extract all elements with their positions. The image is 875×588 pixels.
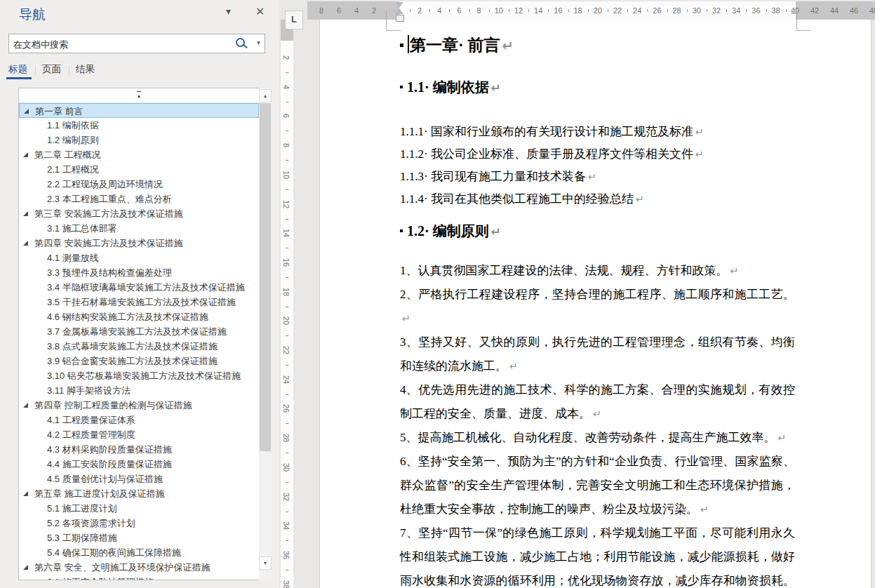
jump-to-top-icon[interactable]: ▴ [137, 91, 141, 99]
pilcrow-mark: ↵ [695, 126, 704, 138]
ruler-tick [286, 219, 288, 220]
ruler-number: 44 [830, 1, 839, 20]
document-area: 8642246810121416182022242628303234363840… [279, 0, 875, 588]
tab-separator [69, 65, 69, 76]
document-page[interactable]: 第一章· 前言↵1.1· 编制依据↵1.1.1· 国家和行业颁布的有关现行设计和… [319, 20, 871, 588]
nav-tree-item[interactable]: 第二章 工程概况 [19, 147, 259, 162]
expand-arrow-icon[interactable] [24, 109, 29, 114]
ruler-number: 28 [282, 432, 290, 444]
nav-tree-item[interactable]: 4.5 质量创优计划与保证措施 [19, 472, 259, 486]
nav-tree-item[interactable]: 3.3 预埋件及结构检查偏差处理 [19, 265, 259, 280]
doc-paragraph[interactable]: 1、认真贯彻国家工程建设的法律、法规、规程、方针和政策。↵ [400, 259, 795, 283]
nav-tree-item[interactable]: 4.3 材料采购阶段质量保证措施 [19, 442, 259, 457]
doc-paragraph[interactable]: 3、坚持又好、又快的原则，执行先进的工程管理理念，组织有节奏、均衡和连续的流水施… [400, 330, 795, 378]
nav-tree-item[interactable]: 第四章 安装施工方法及技术保证措施 [19, 236, 259, 250]
chevron-down-icon[interactable]: ▾ [226, 6, 231, 17]
nav-tree-item[interactable]: 3.7 金属板幕墙安装施工方法及技术保证措施 [19, 324, 259, 339]
nav-scrollbar[interactable]: ▲ ▼ [259, 88, 272, 580]
nav-tree-item[interactable]: 4.2 工程质量管理制度 [19, 427, 259, 442]
doc-paragraph[interactable]: 6、坚持“安全第一、预防为主”的方针和“企业负责、行业管理、国家监察、群众监督”… [400, 450, 795, 521]
doc-paragraph[interactable]: 1.1.2· 我公司企业标准、质量手册及程序文件等相关文件↵ [400, 143, 795, 166]
doc-heading[interactable]: 1.1· 编制依据↵ [400, 78, 795, 97]
nav-tree-item[interactable]: 4.1 测量放线 [19, 250, 259, 265]
nav-tree-item[interactable]: 4.1 工程质量保证体系 [19, 413, 259, 427]
margin-crop-mark-left [386, 10, 401, 31]
nav-tree-item[interactable]: 4.4 施工安装阶段质量保证措施 [19, 457, 259, 472]
nav-tree-item[interactable]: 1.2 编制原则 [19, 133, 259, 147]
tab-headings[interactable]: 标题 [8, 63, 27, 76]
expand-arrow-icon[interactable] [23, 565, 28, 570]
nav-item-label: 4.6 钢结构安装施工方法及技术保证措施 [47, 309, 259, 324]
ruler-tick [509, 9, 509, 12]
tab-results[interactable]: 结果 [76, 63, 95, 76]
first-line-indent-marker[interactable] [395, 2, 403, 8]
doc-paragraph[interactable]: 1.1.3· 我司现有施工力量和技术装备↵ [400, 166, 795, 188]
nav-tree-item[interactable]: 3.1 施工总体部署 [19, 221, 259, 236]
close-icon[interactable]: ✕ [255, 5, 265, 18]
doc-paragraph[interactable]: 1.1.4· 我司在其他类似工程施工中的经验总结↵ [400, 188, 795, 211]
ruler-tick [286, 482, 288, 483]
expand-arrow-icon[interactable] [23, 211, 28, 216]
scroll-up-button[interactable]: ▲ [259, 89, 272, 102]
nav-tree-item[interactable]: 3.4 半隐框玻璃幕墙安装施工方法及技术保证措施 [19, 280, 259, 295]
doc-paragraph[interactable]: 7、坚持“四节一保”的绿色施工原则，科学规划施工平面，尽可能利用永久性和组装式施… [400, 521, 795, 588]
ruler-number: 6 [457, 1, 461, 20]
nav-tree-item[interactable]: 第四章 控制工程质量的检测与保证措施 [19, 398, 259, 413]
doc-heading[interactable]: 1.2· 编制原则↵ [400, 222, 795, 241]
nav-tree-item[interactable]: 3.9 铝合金窗安装施工方法及技术保证措施 [19, 354, 259, 368]
nav-item-label: 2.1 工程概况 [47, 162, 259, 177]
nav-tree-item[interactable]: 2.2 工程现场及周边环境情况 [19, 177, 259, 192]
expand-arrow-icon[interactable] [23, 152, 28, 157]
nav-item-label: 5.4 确保工期的夜间施工保障措施 [47, 545, 259, 560]
doc-paragraph[interactable]: 5、提高施工机械化、自动化程度、改善劳动条件，提高生产施工效率。↵ [400, 426, 795, 450]
ruler-number: 24 [633, 1, 641, 20]
doc-heading[interactable]: 第一章· 前言↵ [400, 35, 795, 57]
nav-tree-item[interactable]: 1.1 编制依据 [19, 118, 259, 133]
scrollbar-thumb[interactable] [260, 103, 271, 451]
expand-arrow-icon[interactable] [23, 241, 28, 246]
nav-tree-item[interactable]: 第三章 安装施工方法及技术保证措施 [19, 206, 259, 221]
search-input[interactable] [12, 35, 218, 53]
ruler-number: 18 [282, 286, 290, 298]
ruler-tick [528, 9, 529, 12]
ruler-tick [286, 570, 288, 570]
ruler-number: 6 [337, 1, 341, 20]
nav-item-label: 3.1 施工总体部署 [47, 221, 259, 236]
nav-tree-item[interactable]: 5.2 各项资源需求计划 [19, 516, 259, 530]
ruler-tick [286, 453, 288, 453]
pilcrow-mark: ↵ [593, 408, 601, 420]
nav-item-label: 3.9 铝合金窗安装施工方法及技术保证措施 [47, 354, 259, 368]
nav-tree-item[interactable]: 5.3 工期保障措施 [19, 530, 259, 545]
nav-tree-item[interactable]: 第六章 安全、文明施工及环境保护保证措施 [19, 560, 259, 575]
nav-tree-item[interactable]: 3.8 点式幕墙安装施工方法及技术保证措施 [19, 339, 259, 354]
nav-tree-item[interactable]: 2.1 工程概况 [19, 162, 259, 177]
nav-tree-item[interactable]: 3.11 脚手架搭设方法 [19, 383, 259, 398]
expand-arrow-icon[interactable] [23, 403, 28, 408]
doc-paragraph[interactable]: 1.1.1· 国家和行业颁布的有关现行设计和施工规范及标准↵ [400, 121, 795, 143]
scroll-down-button[interactable]: ▼ [259, 556, 272, 570]
heading-bullet-mark [400, 229, 403, 232]
tab-stop-selector[interactable]: L [285, 11, 303, 29]
ruler-tick [449, 9, 450, 12]
nav-tree-item[interactable]: 4.6 钢结构安装施工方法及技术保证措施 [19, 309, 259, 324]
nav-tree-item[interactable]: 3.5 干挂石材幕墙安装施工方法及技术保证措施 [19, 295, 259, 309]
ruler-tick [786, 9, 787, 12]
search-icon[interactable] [236, 38, 245, 47]
nav-tree-item[interactable]: 3.10 铝夹芯板幕墙安装施工方法及技术保证措施 [19, 368, 259, 383]
nav-tree-item[interactable]: 2.3 本工程施工重点、难点分析 [19, 192, 259, 206]
ruler-number: 8 [477, 1, 481, 20]
nav-tree-item[interactable]: 5.1 施工进度计划 [19, 501, 259, 516]
nav-item-label: 4.1 工程质量保证体系 [47, 413, 259, 427]
nav-tree-item[interactable]: 第五章 施工进度计划及保证措施 [19, 486, 259, 501]
pilcrow-mark: ↵ [402, 313, 410, 324]
ruler-number: 34 [732, 1, 740, 20]
nav-tree-item[interactable]: 5.4 确保工期的夜间施工保障措施 [19, 545, 259, 560]
tab-pages[interactable]: 页面 [42, 63, 61, 76]
nav-tree-item[interactable]: 第一章 前言 [19, 103, 259, 118]
search-dropdown-icon[interactable]: ▾ [257, 39, 260, 46]
expand-arrow-icon[interactable] [23, 491, 28, 496]
doc-paragraph[interactable]: 2、严格执行工程建设程序，坚持合理的施工程序、施工顺序和施工工艺。↵ [400, 283, 795, 330]
doc-paragraph[interactable]: 4、优先选用先进的施工技术、科学的施工方案、合理的实施规划，有效控制工程的安全、… [400, 378, 795, 426]
nav-item-label: 6.1 施工安全防护管理措施 [47, 575, 259, 580]
nav-tree-item[interactable]: 6.1 施工安全防护管理措施 [19, 575, 259, 580]
